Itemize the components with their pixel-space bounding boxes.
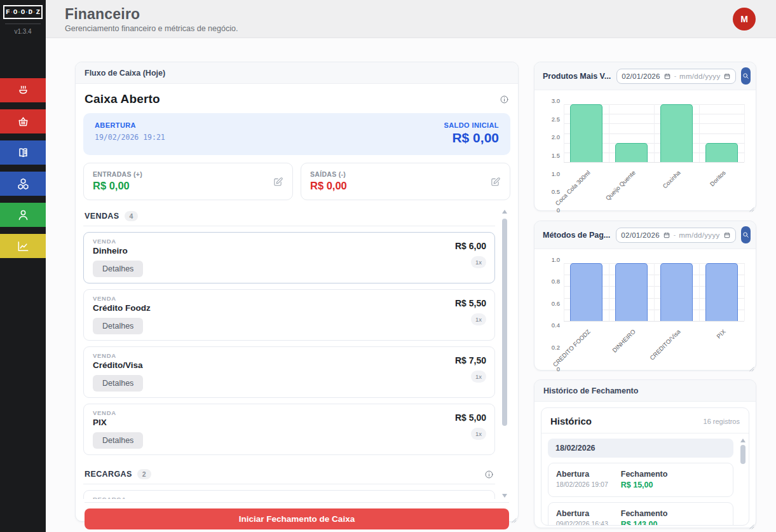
detalhes-button[interactable]: Detalhes [93,318,143,334]
payments-chart: 1.00.80.60.40.20CREDITO FOODZDINHEIROCRE… [542,259,749,369]
detalhes-button[interactable]: Detalhes [93,432,143,449]
entradas-label: ENTRADAS (+) [93,170,283,178]
date-from-value[interactable]: 02/01/2026 [621,231,660,239]
resize-grip[interactable] [749,363,754,369]
fechamento-label: Fechamento [621,509,668,518]
fechamento-value: R$ 15,00 [621,481,668,489]
entradas-box: ENTRADAS (+) R$ 0,00 [83,163,293,200]
saidas-value: R$ 0,00 [310,180,501,192]
sale-item: RECARGA PIX Detalhes R$ 25,00 [83,490,495,499]
edit-entradas-icon[interactable] [273,176,283,187]
saidas-label: SAÍDAS (-) [310,170,501,178]
sale-method-name: PIX [93,418,486,427]
x-axis-label: Queijo Quente [604,169,636,201]
sale-value: R$ 7,50 [455,355,486,365]
scrollbar-thumb[interactable] [502,219,507,426]
chart-icon [16,239,31,254]
sidebar: FOODZ v1.3.4 [0,0,46,532]
sidebar-item-users[interactable] [0,203,46,227]
recargas-info-icon[interactable] [484,470,494,479]
sidebar-item-inventory[interactable] [0,172,46,196]
history-list: 18/02/2026 Abertura 18/02/2026 19:07 Fec… [541,433,749,526]
date-from-value[interactable]: 02/01/2026 [622,72,660,80]
bar-PIX [705,263,738,321]
sale-method-name: Crédito/Visa [93,360,486,370]
food-bowl-icon [16,83,31,98]
date-range-separator: - [674,72,676,79]
calendar-icon[interactable] [723,231,731,239]
sale-type-label: VENDA [93,352,486,359]
products-panel-title: Produtos Mais V... [543,72,611,81]
sale-type-label: RECARGA [93,496,486,499]
payments-panel-header: Métodos de Pag... 02/01/2026 - mm/dd/yyy… [534,221,756,249]
history-date-group: 18/02/2026 [548,439,733,458]
date-to-placeholder[interactable]: mm/dd/yyyy [679,72,720,80]
person-icon [16,208,31,222]
sale-method-name: Crédito Foodz [93,303,486,313]
iniciar-fechamento-button[interactable]: Iniciar Fechamento de Caixa [85,508,509,529]
abertura-datetime: 19/02/2026 19:21 [95,133,165,142]
vendas-section-header: VENDAS 4 [83,208,495,226]
basket-icon [16,114,31,129]
payments-search-button[interactable] [741,226,751,243]
cash-status-title: Caixa Aberto [85,92,160,106]
bar-Coca Cola 300ml [570,104,602,162]
sale-type-label: VENDA [93,295,486,302]
history-entry: Abertura 09/02/2026 16:43 Fechamento R$ … [548,502,733,526]
scrollbar-thumb[interactable] [740,445,745,464]
resize-grip[interactable] [749,203,754,209]
sale-item: VENDA PIX Detalhes R$ 5,00 1x [83,404,495,455]
resize-grip[interactable] [511,514,517,520]
abertura-label: Abertura [556,509,608,518]
history-entry: Abertura 18/02/2026 19:07 Fechamento R$ … [548,463,733,497]
entradas-value: R$ 0,00 [93,180,283,192]
resize-grip[interactable] [749,521,754,526]
transactions-list: VENDAS 4 VENDA Dinheiro Detalhes R$ 6,00… [83,208,510,499]
products-chart: 3.02.52.01.51.00.50Coca Cola 300mlQueijo… [542,100,749,210]
calendar-icon[interactable] [664,72,671,80]
cashflow-card-header: Fluxo de Caixa (Hoje) [76,62,518,84]
sidebar-item-food[interactable] [0,78,46,102]
bar-Doritos [705,143,738,162]
detalhes-button[interactable]: Detalhes [93,375,143,392]
scroll-down-arrow[interactable] [502,494,507,498]
abertura-datetime: 18/02/2026 19:07 [556,481,608,488]
products-search-button[interactable] [741,67,751,85]
sale-qty-badge: 1x [471,313,486,325]
abertura-datetime: 09/02/2026 16:43 [556,520,608,526]
scroll-up-arrow[interactable] [740,439,745,442]
divider [85,502,509,503]
calendar-icon[interactable] [663,231,670,239]
sidebar-item-menu-book[interactable] [0,140,46,165]
sidebar-nav [0,78,46,258]
detalhes-button[interactable]: Detalhes [93,261,143,277]
history-scrollbar [740,437,746,526]
sale-qty-badge: 1x [471,428,486,440]
vendas-count-badge: 4 [125,211,139,221]
chart-plot-area [564,263,744,322]
list-scrollbar [501,208,508,499]
saldo-inicial-value: R$ 0,00 [444,130,499,146]
history-panel: Histórico de Fechamento Histórico 16 reg… [534,379,756,528]
bar-Queijo Quente [615,143,648,162]
payments-date-range[interactable]: 02/01/2026 - mm/dd/yyyy [616,228,735,243]
history-panel-header: Histórico de Fechamento [534,380,756,402]
scroll-up-arrow[interactable] [502,210,507,214]
sidebar-item-basket[interactable] [0,109,46,133]
page-subtitle: Gerenciamento financeiro e métricas de n… [65,24,776,33]
info-icon[interactable] [500,95,509,104]
sidebar-item-finance[interactable] [0,234,46,258]
sale-qty-badge: 1x [471,256,486,268]
sale-item: VENDA Crédito/Visa Detalhes R$ 7,50 1x [83,346,495,398]
history-title: Histórico [550,416,592,426]
x-axis-label: Doritos [708,169,726,188]
sale-method-name: Dinheiro [93,246,486,256]
user-avatar[interactable]: M [733,8,756,31]
saldo-inicial-label: SALDO INICIAL [444,121,499,129]
calendar-icon[interactable] [723,72,731,80]
products-date-range[interactable]: 02/01/2026 - mm/dd/yyyy [616,69,736,84]
sale-item: VENDA Dinheiro Detalhes R$ 6,00 1x [83,232,495,283]
date-to-placeholder[interactable]: mm/dd/yyyy [679,231,719,239]
page-title: Financeiro [65,6,776,23]
edit-saidas-icon[interactable] [490,176,501,187]
